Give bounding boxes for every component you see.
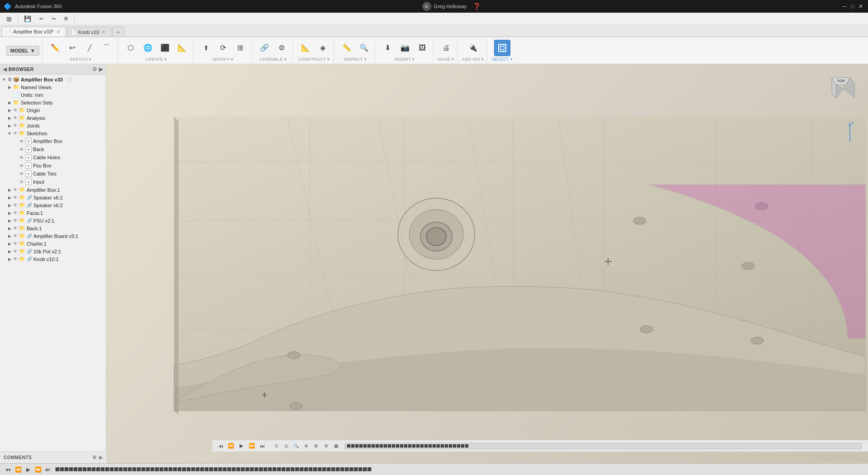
- playback-play[interactable]: ▶: [24, 465, 33, 474]
- root-chevron[interactable]: [2, 77, 6, 82]
- ab31-chevron[interactable]: [7, 234, 12, 238]
- close-button[interactable]: ✕: [857, 3, 864, 10]
- comments-bar[interactable]: COMMENTS ⚙ ▶: [0, 451, 106, 463]
- knob1-chevron[interactable]: [7, 257, 12, 261]
- sv61-chevron[interactable]: [7, 195, 12, 200]
- tree-speaker-v62[interactable]: 👁 📁 🔗 Speaker v6:2: [0, 201, 106, 209]
- ab1-chevron[interactable]: [7, 188, 12, 192]
- playback-next[interactable]: ⏩: [33, 465, 42, 474]
- tree-root-item[interactable]: ⊙ 📦 Amplifier Box v33 🕐: [0, 76, 106, 83]
- tree-origin[interactable]: 👁 📁 Origin: [0, 106, 106, 114]
- assemble-more-btn[interactable]: ⚙: [274, 40, 290, 56]
- comments-expand-icon[interactable]: ▶: [99, 455, 103, 461]
- create-extrude-btn[interactable]: ⬡: [123, 40, 139, 56]
- tree-sketch-cable-holes[interactable]: 👁 S Cable Holes: [0, 153, 106, 162]
- analysis-chevron[interactable]: [7, 116, 12, 120]
- menu-history[interactable]: ⚙: [60, 14, 72, 23]
- playback-prev[interactable]: ⏪: [14, 465, 23, 474]
- help-icon[interactable]: ❓: [473, 3, 481, 10]
- comments-settings-icon[interactable]: ⚙: [92, 455, 97, 461]
- timeline-next-btn[interactable]: ⏩: [247, 442, 256, 451]
- select-btn[interactable]: [494, 40, 510, 56]
- tree-sketch-psu-box[interactable]: 👁 S Psu Box: [0, 162, 106, 170]
- pot1-chevron[interactable]: [7, 249, 12, 254]
- timeline-end-btn[interactable]: ⏭: [258, 442, 267, 451]
- joints-chevron[interactable]: [7, 124, 12, 128]
- menu-grid[interactable]: ⊞: [3, 14, 15, 24]
- playback-start[interactable]: ⏮: [4, 465, 13, 474]
- selection-sets-chevron[interactable]: [7, 100, 12, 105]
- construct-axis-btn[interactable]: ◈: [315, 40, 331, 56]
- tree-selection-sets[interactable]: 📁 Selection Sets: [0, 99, 106, 106]
- vp-tool-5[interactable]: ⚙: [321, 442, 330, 451]
- vp-tool-zoom[interactable]: ⊕: [302, 442, 311, 451]
- addins-btn[interactable]: 🔌: [465, 40, 481, 56]
- tree-analysis[interactable]: 👁 📁 Analysis: [0, 114, 106, 122]
- insert-svg-btn[interactable]: ⬇: [380, 40, 396, 56]
- origin-chevron[interactable]: [7, 108, 12, 113]
- tree-charlie-1[interactable]: 👁 📁 Charlie:1: [0, 240, 106, 247]
- root-version-icon[interactable]: 🕐: [66, 77, 71, 82]
- insert-decal-btn[interactable]: 🖼: [414, 40, 430, 56]
- tree-sketches[interactable]: 👁 📁 Sketches: [0, 129, 106, 137]
- sv62-chevron[interactable]: [7, 203, 12, 208]
- tree-psu-v21[interactable]: 👁 📁 🔗 PSU v2:1: [0, 217, 106, 224]
- menu-file-save[interactable]: 💾: [20, 14, 35, 24]
- c1-chevron[interactable]: [7, 242, 12, 246]
- tree-back-1[interactable]: 👁 📁 Back:1: [0, 224, 106, 232]
- maximize-button[interactable]: □: [849, 3, 856, 10]
- create-box-btn[interactable]: ⬛: [157, 40, 173, 56]
- sketch-arc-btn[interactable]: ⌒: [99, 40, 115, 56]
- assemble-joint-btn[interactable]: 🔗: [256, 40, 273, 56]
- tree-amplifier-board-v31[interactable]: 👁 📁 🔗 Amplifier Board v3:1: [0, 232, 106, 240]
- playback-end[interactable]: ⏭: [43, 465, 52, 474]
- timeline-prev-btn[interactable]: ⏪: [226, 442, 236, 451]
- browser-collapse-icon[interactable]: ◀: [3, 66, 7, 72]
- modify-fillet-btn[interactable]: ⟳: [215, 40, 231, 56]
- inspect-measure-btn[interactable]: 📏: [339, 40, 355, 56]
- vp-tool-4[interactable]: ⊞: [311, 442, 321, 451]
- vp-tool-2[interactable]: ◎: [282, 442, 291, 451]
- minimize-button[interactable]: ─: [841, 3, 848, 10]
- psu1-chevron[interactable]: [7, 218, 12, 223]
- tab-knob-close[interactable]: ✕: [101, 29, 106, 35]
- named-views-chevron[interactable]: [7, 85, 12, 90]
- timeline-play-btn[interactable]: ▶: [237, 442, 246, 451]
- sketch-finish-btn[interactable]: ↩: [64, 40, 80, 56]
- tab-add[interactable]: +: [112, 27, 124, 37]
- sketch-create-btn[interactable]: ✏️: [47, 40, 63, 56]
- tab-amplifier-box-close[interactable]: ✕: [56, 29, 61, 35]
- vp-tool-1[interactable]: ⊙: [272, 442, 281, 451]
- tree-speaker-v61[interactable]: 👁 📁 🔗 Speaker v6:1: [0, 194, 106, 201]
- f1-chevron[interactable]: [7, 211, 12, 215]
- tree-amplifier-box-1[interactable]: 👁 📁 Amplifier Box:1: [0, 186, 106, 194]
- tree-joints[interactable]: 👁 📁 Joints: [0, 122, 106, 129]
- tree-sketch-amplifier-box[interactable]: 👁 S Amplifier Box: [0, 137, 106, 145]
- browser-expand-icon[interactable]: ▶: [99, 66, 103, 72]
- tree-facia-1[interactable]: 👁 📁 Facia:1: [0, 209, 106, 217]
- tree-sketch-cable-ties[interactable]: 👁 S Cable Ties: [0, 170, 106, 178]
- tree-knob-v101[interactable]: 👁 📁 🔗 Knob v10:1: [0, 255, 106, 263]
- construct-plane-btn[interactable]: 📐: [297, 40, 314, 56]
- sketch-line-btn[interactable]: ╱: [81, 40, 98, 56]
- create-more-btn[interactable]: 📐: [174, 40, 190, 56]
- tree-named-views[interactable]: 📁 Named Views: [0, 83, 106, 91]
- inspect-analysis-btn[interactable]: 🔍: [356, 40, 372, 56]
- modify-press-pull-btn[interactable]: ⬆: [198, 40, 214, 56]
- vp-tool-3[interactable]: 🔍: [292, 442, 301, 451]
- browser-settings-icon[interactable]: ⚙: [92, 66, 97, 72]
- back1-chevron[interactable]: [7, 226, 12, 231]
- menu-redo[interactable]: ↪: [48, 14, 59, 23]
- create-revolve-btn[interactable]: 🌐: [140, 40, 156, 56]
- timeline-start-btn[interactable]: ⏮: [216, 442, 225, 451]
- tree-units[interactable]: 📄 Units: mm: [0, 91, 106, 99]
- tab-knob[interactable]: 📄 Knob v10 ✕: [67, 27, 111, 37]
- tree-sketch-back[interactable]: 👁 S Back: [0, 145, 106, 153]
- sketches-chevron[interactable]: [7, 131, 12, 136]
- tab-amplifier-box[interactable]: 📄 Amplifier Box v33* ✕: [2, 27, 66, 37]
- viewport[interactable]: TOP Z ⏮ ⏪ ▶ ⏩ ⏭ ⊙ ◎ 🔍 ⊕ ⊞: [106, 64, 868, 463]
- menu-undo[interactable]: ↩: [36, 14, 47, 23]
- vp-tool-6[interactable]: ▦: [331, 442, 340, 451]
- insert-canvas-btn[interactable]: 📷: [397, 40, 413, 56]
- make-3dprint-btn[interactable]: 🖨: [438, 40, 454, 56]
